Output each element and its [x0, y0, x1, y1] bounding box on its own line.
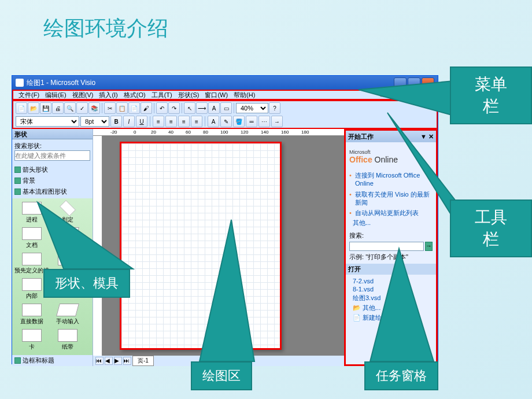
link-more[interactable]: 其他... [349, 218, 433, 228]
paste-button[interactable]: 📄 [128, 102, 140, 114]
line-color-button[interactable]: ✎ [220, 116, 232, 127]
font-size-select[interactable]: 8pt [80, 116, 109, 127]
window-title: 绘图1 - Microsoft Visio [27, 78, 95, 88]
line-pattern-button[interactable]: ⋯ [258, 116, 270, 127]
task-search-label: 搜索: [349, 231, 433, 240]
menu-view[interactable]: 视图(V) [71, 91, 95, 99]
callout-toolbar: 工具栏 [450, 200, 532, 257]
research-button[interactable]: 📚 [88, 102, 100, 114]
menu-shape[interactable]: 形状(S) [176, 91, 201, 99]
bold-button[interactable]: B [110, 116, 122, 127]
new-button[interactable]: 📄 [16, 102, 27, 114]
link-update[interactable]: 自动从网站更新此列表 [349, 208, 433, 218]
zoom-select[interactable]: 40% [236, 103, 268, 113]
link-news[interactable]: 获取有关使用 Visio 的最新新闻 [349, 189, 433, 208]
preview-button[interactable]: 🔍 [64, 102, 76, 114]
drawing-page[interactable] [120, 142, 282, 350]
copy-button[interactable]: 📋 [116, 102, 128, 114]
open-more[interactable]: 📂 其他... [349, 303, 433, 313]
app-icon [16, 79, 24, 87]
task-pane-title: 开始工作 ▼ ✕ [346, 131, 436, 142]
undo-button[interactable]: ↶ [156, 102, 168, 114]
close-button[interactable] [422, 77, 434, 88]
shapes-panel: 形状 搜索形状: 箭头形状 背景 基本流程图形状 进程 判定 文档 数据 预先定… [12, 129, 93, 366]
page-tab[interactable]: 页-1 [132, 356, 154, 366]
rectangle-tool[interactable]: ▭ [220, 102, 232, 114]
spell-button[interactable]: ✓ [76, 102, 88, 114]
toolbar-region: 📄 📂 💾 🖨 🔍 ✓ 📚 ✂ 📋 📄 🖌 ↶ ↷ ↖ ⟶ A ▭ 40% ? [12, 100, 438, 129]
menu-tools[interactable]: 工具(T) [150, 91, 174, 99]
align-right-button[interactable]: ≡ [178, 116, 190, 127]
task-search-go[interactable]: → [425, 242, 433, 251]
link-connect[interactable]: 连接到 Microsoft Office Online [349, 170, 433, 189]
connector-tool[interactable]: ⟶ [196, 102, 208, 114]
callout-shapes: 形状、模具 [43, 269, 130, 298]
ruler-horizontal: -20020406080100120140160180 [93, 129, 344, 136]
callout-menubar: 菜单栏 [450, 66, 532, 124]
stencil-backgrounds[interactable]: 背景 [12, 175, 93, 186]
search-label: 搜索形状: [14, 142, 90, 150]
line-ends-button[interactable]: → [271, 116, 283, 127]
format-painter-button[interactable]: 🖌 [141, 102, 152, 114]
menu-edit[interactable]: 编辑(E) [43, 91, 68, 99]
callout-canvas: 绘图区 [191, 361, 252, 390]
menubar: 文件(F) 编辑(E) 视图(V) 插入(I) 格式(O) 工具(T) 形状(S… [12, 90, 438, 100]
shape-decision[interactable]: 判定 [50, 201, 85, 225]
minimize-button[interactable] [394, 77, 407, 88]
stencil-arrows[interactable]: 箭头形状 [12, 164, 93, 175]
slide-title: 绘图环境介绍 [0, 0, 532, 43]
underline-button[interactable]: U [136, 116, 147, 127]
recent-file-3[interactable]: 绘图3.vsd [349, 293, 433, 303]
standard-toolbar: 📄 📂 💾 🖨 🔍 ✓ 📚 ✂ 📋 📄 🖌 ↶ ↷ ↖ ⟶ A ▭ 40% ? [13, 101, 437, 115]
shape-document[interactable]: 文档 [14, 226, 49, 250]
redo-button[interactable]: ↷ [168, 102, 180, 114]
shape-card[interactable]: 卡 [14, 328, 49, 352]
page-last-button[interactable]: ⏭ [123, 357, 131, 365]
align-center-button[interactable]: ≡ [165, 116, 177, 127]
online-links: 连接到 Microsoft Office Online 获取有关使用 Visio… [349, 170, 433, 218]
task-search-input[interactable] [349, 242, 424, 251]
stencil-borders[interactable]: 边框和标题 [12, 355, 93, 366]
recent-file-2[interactable]: 8-1.vsd [349, 285, 433, 293]
font-color-button[interactable]: A [208, 116, 219, 127]
italic-button[interactable]: I [123, 116, 135, 127]
align-justify-button[interactable]: ≡ [191, 116, 202, 127]
save-button[interactable]: 💾 [40, 102, 51, 114]
fill-color-button[interactable]: 🪣 [233, 116, 245, 127]
titlebar: 绘图1 - Microsoft Visio [12, 76, 438, 90]
open-section: 打开 [346, 264, 436, 275]
shape-tape[interactable]: 纸带 [50, 328, 85, 352]
page-first-button[interactable]: ⏮ [95, 357, 104, 365]
cut-button[interactable]: ✂ [104, 102, 116, 114]
recent-file-1[interactable]: 7-2.vsd [349, 277, 433, 285]
example-row: 示例: "打印多个副本" [349, 253, 433, 261]
print-button[interactable]: 🖨 [52, 102, 64, 114]
canvas-area: -20020406080100120140160180 ⏮ ◀ ▶ ⏭ 页-1 [93, 129, 344, 366]
line-weight-button[interactable]: ═ [246, 116, 257, 127]
shape-direct-data[interactable]: 直接数据 [14, 302, 49, 327]
shape-search-input[interactable] [14, 150, 90, 161]
shape-data[interactable]: 数据 [50, 226, 85, 250]
help-button[interactable]: ? [269, 102, 280, 114]
main-area: 形状 搜索形状: 箭头形状 背景 基本流程图形状 进程 判定 文档 数据 预先定… [12, 129, 438, 366]
menu-format[interactable]: 格式(O) [122, 91, 147, 99]
page-prev-button[interactable]: ◀ [105, 357, 113, 365]
menu-help[interactable]: 帮助(H) [232, 91, 257, 99]
menu-window[interactable]: 窗口(W) [203, 91, 230, 99]
font-name-select[interactable]: 宋体 [16, 116, 79, 127]
text-tool[interactable]: A [208, 102, 220, 114]
shape-process[interactable]: 进程 [14, 201, 49, 225]
pointer-tool[interactable]: ↖ [184, 102, 195, 114]
shape-manual-input[interactable]: 手动输入 [50, 302, 85, 327]
align-left-button[interactable]: ≡ [153, 116, 164, 127]
stencil-flowchart[interactable]: 基本流程图形状 [12, 186, 93, 197]
drawing-viewport[interactable] [102, 136, 344, 356]
menu-file[interactable]: 文件(F) [17, 91, 41, 99]
menu-insert[interactable]: 插入(I) [97, 91, 119, 99]
maximize-button[interactable] [408, 77, 420, 88]
help-search[interactable]: 键入需要帮助的问题 [261, 91, 433, 99]
page-next-button[interactable]: ▶ [114, 357, 122, 365]
stencil-list: 箭头形状 背景 基本流程图形状 [12, 163, 93, 198]
open-button[interactable]: 📂 [28, 102, 39, 114]
new-drawing-link[interactable]: 📄 新建绘图... [349, 313, 433, 323]
